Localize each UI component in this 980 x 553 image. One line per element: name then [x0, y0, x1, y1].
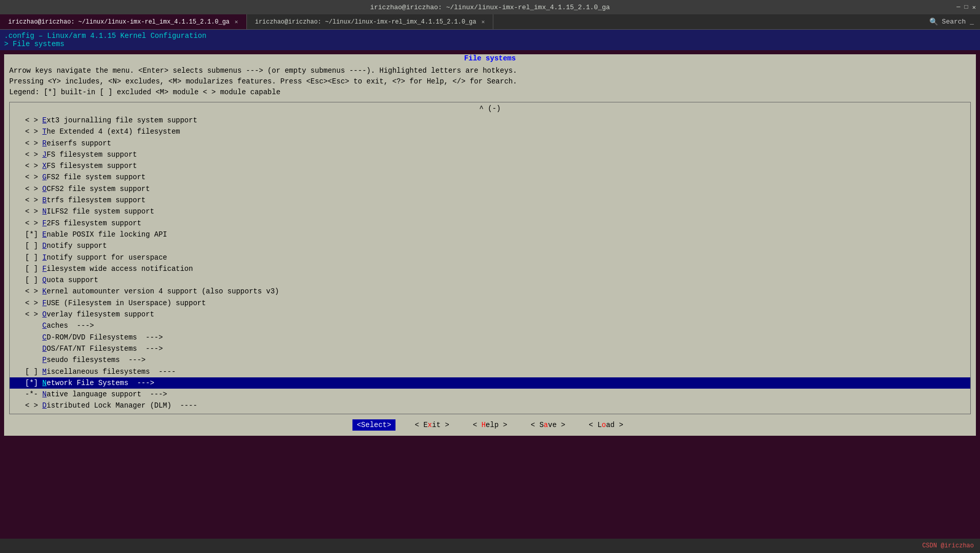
menu-box-title: ^ (-) — [10, 104, 970, 113]
tab-2[interactable]: iriczhao@iriczhao: ~/linux/linux-imx-rel… — [247, 14, 494, 29]
status-bar-text: CSDN @iriczhao — [922, 542, 974, 549]
menu-item-cdrom[interactable]: CD-ROM/DVD Filesystems ---> — [10, 332, 970, 343]
help-text: Arrow keys navigate the menu. <Enter> se… — [4, 66, 976, 98]
load-button[interactable]: < Load > — [585, 419, 627, 431]
select-button[interactable]: <Select> — [352, 419, 395, 431]
menu-item-inotify[interactable]: [ ] Inotify support for userspace — [10, 252, 970, 263]
search-label: Search _ — [940, 16, 976, 28]
menu-item-misc[interactable]: [ ] Miscellaneous filesystems ---- — [10, 366, 970, 377]
tab-actions: 🔍 Search _ — [927, 14, 980, 29]
tab-search-icon[interactable]: 🔍 — [927, 15, 940, 28]
menu-item-nilfs2[interactable]: < > NILFS2 file system support — [10, 206, 970, 217]
menu-item-pseudo[interactable]: Pseudo filesystems ---> — [10, 354, 970, 366]
minimize-button[interactable]: ─ — [956, 4, 960, 11]
menu-item-dnotify[interactable]: [ ] Dnotify support — [10, 240, 970, 251]
menu-item-network-fs[interactable]: [*] Network File Systems ---> — [10, 377, 970, 389]
maximize-button[interactable]: □ — [965, 4, 968, 11]
config-title: File systems — [4, 54, 976, 62]
menu-item-btrfs[interactable]: < > Btrfs filesystem support — [10, 195, 970, 206]
menu-item-gfs2[interactable]: < > GFS2 file system support — [10, 172, 970, 183]
status-bar: CSDN @iriczhao — [0, 539, 980, 553]
breadcrumb-config: .config – Linux/arm 4.1.15 Kernel Config… — [4, 32, 206, 40]
tab-1[interactable]: iriczhao@iriczhao: ~/linux/linux-imx-rel… — [0, 14, 247, 29]
menu-item-posix[interactable]: [*] Enable POSIX file locking API — [10, 229, 970, 240]
help-button[interactable]: < Help > — [469, 419, 511, 431]
help-line-3: Legend: [*] built-in [ ] excluded <M> mo… — [9, 87, 971, 98]
config-area: File systems Arrow keys navigate the men… — [4, 54, 976, 436]
tab-2-label: iriczhao@iriczhao: ~/linux/linux-imx-rel… — [255, 18, 476, 26]
tab-1-label: iriczhao@iriczhao: ~/linux/linux-imx-rel… — [8, 18, 230, 26]
help-line-1: Arrow keys navigate the menu. <Enter> se… — [9, 66, 971, 76]
menu-item-overlay[interactable]: < > Overlay filesystem support — [10, 309, 970, 320]
help-line-2: Pressing <Y> includes, <N> excludes, <M>… — [9, 76, 971, 87]
menu-item-caches[interactable]: Caches ---> — [10, 320, 970, 331]
close-button[interactable]: ✕ — [972, 4, 976, 11]
menu-item-fanotify[interactable]: [ ] Filesystem wide access notification — [10, 263, 970, 274]
tab-2-close[interactable]: ✕ — [482, 18, 485, 25]
menu-item-xfs[interactable]: < > XFS filesystem support — [10, 160, 970, 172]
title-bar: iriczhao@iriczhao: ~/linux/linux-imx-rel… — [0, 0, 980, 14]
menu-item-native-lang[interactable]: -*- Native language support ---> — [10, 389, 970, 400]
menu-item-f2fs[interactable]: < > F2FS filesystem support — [10, 218, 970, 229]
window-title: iriczhao@iriczhao: ~/linux/linux-imx-rel… — [370, 4, 610, 11]
breadcrumb: .config – Linux/arm 4.1.15 Kernel Config… — [0, 30, 980, 50]
menu-item-dlm[interactable]: < > Distributed Lock Manager (DLM) ---- — [10, 400, 970, 411]
menu-item-quota[interactable]: [ ] Quota support — [10, 274, 970, 286]
save-button[interactable]: < Save > — [527, 419, 569, 431]
menu-item-ocfs2[interactable]: < > OCFS2 file system support — [10, 183, 970, 195]
tab-bar: iriczhao@iriczhao: ~/linux/linux-imx-rel… — [0, 14, 980, 30]
buttons-bar: <Select> < Exit > < Help > < Save > < Lo… — [8, 414, 972, 436]
menu-item-ext4[interactable]: < > The Extended 4 (ext4) filesystem — [10, 126, 970, 137]
tab-1-close[interactable]: ✕ — [235, 18, 238, 25]
menu-item-jfs[interactable]: < > JFS filesystem support — [10, 149, 970, 160]
menu-item-dos[interactable]: DOS/FAT/NT Filesystems ---> — [10, 343, 970, 354]
menu-item-autofs4[interactable]: < > Kernel automounter version 4 support… — [10, 286, 970, 297]
window-controls[interactable]: ─ □ ✕ — [956, 4, 976, 11]
menu-item-reiserfs[interactable]: < > Reiserfs support — [10, 138, 970, 149]
exit-button[interactable]: < Exit > — [411, 419, 453, 431]
breadcrumb-current: > File systems — [4, 40, 65, 48]
menu-box: ^ (-) < > Ext3 journalling file system s… — [9, 102, 971, 414]
menu-item-ext3[interactable]: < > Ext3 journalling file system support — [10, 115, 970, 126]
menu-item-fuse[interactable]: < > FUSE (Filesystem in Userspace) suppo… — [10, 297, 970, 309]
